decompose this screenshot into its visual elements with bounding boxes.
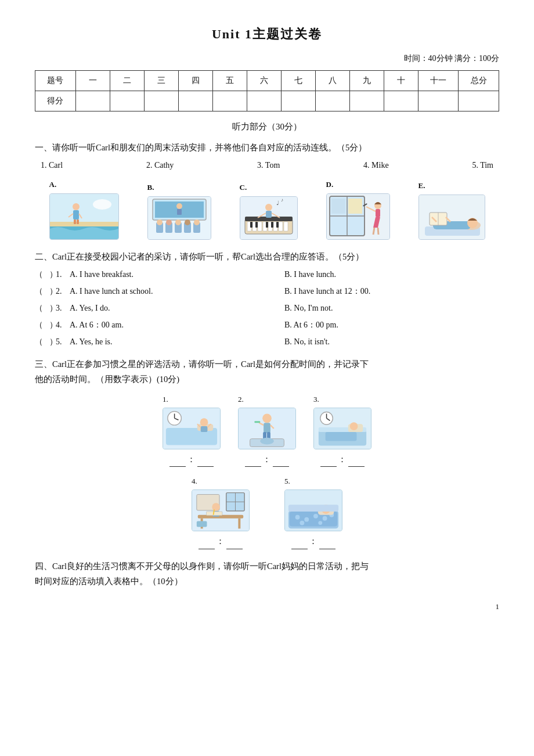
q3-num-4: 4.: [192, 475, 197, 488]
table-header-11: 十一: [418, 71, 459, 91]
q1-illus-E: [418, 195, 485, 240]
q2-optA-2: A. I have lunch at school.: [70, 285, 284, 298]
q1-name-1: 1. Carl: [41, 159, 63, 172]
table-header-10: 十: [384, 71, 418, 91]
table-header-5: 五: [212, 71, 247, 91]
q3-time-3: ：: [319, 452, 366, 467]
q2-optB-5: B. No, it isn't.: [284, 335, 499, 349]
q2-optB-4: B. At 6：00 pm.: [284, 318, 499, 332]
svg-point-114: [304, 517, 309, 522]
q3-illus-4: [192, 489, 250, 531]
q3-time-4: ：: [197, 534, 244, 549]
svg-rect-35: [284, 222, 288, 231]
q2-item-1: （ ） 1. A. I have breakfast. B. I have lu…: [35, 268, 499, 282]
score-5: [212, 91, 247, 111]
score-10: [384, 91, 418, 111]
score-7: [281, 91, 315, 111]
svg-rect-54: [376, 209, 380, 217]
score-total: [459, 91, 499, 111]
svg-point-13: [176, 203, 182, 209]
table-header-9: 九: [349, 71, 384, 91]
q3-illus-2: [238, 408, 296, 449]
score-11: [418, 91, 459, 111]
question-2-block: 二、Carl正在接受校园小记者的采访，请你听一听，帮Carl选出合理的应答语。（…: [35, 249, 499, 348]
listening-section-title: 听力部分（30分）: [35, 120, 499, 135]
q2-bracket-2: （ ）: [35, 285, 56, 298]
q3-illus-1: [163, 408, 221, 449]
svg-text:♩: ♩: [276, 200, 279, 206]
svg-rect-42: [266, 211, 272, 218]
q1-label-A: A.: [49, 178, 57, 191]
svg-rect-34: [279, 222, 283, 231]
q1-label-E: E.: [418, 179, 425, 192]
q3-instruction: 三、Carl正在参加习惯之星的评选活动，请你听一听，Carl是如何分配时间的，并…: [35, 357, 499, 387]
svg-point-79: [262, 413, 272, 423]
svg-rect-38: [266, 222, 268, 228]
svg-point-113: [295, 515, 300, 520]
q3-item-5: 5.: [284, 475, 342, 549]
svg-rect-2: [50, 222, 118, 226]
score-table: 题号 一 二 三 四 五 六 七 八 九 十 十一 总分 得分: [35, 70, 499, 111]
q4-instruction-line2: 时间对应的活动填入表格中。（10分）: [35, 577, 183, 586]
svg-rect-84: [254, 421, 260, 423]
score-8: [315, 91, 349, 111]
svg-point-74: [200, 418, 208, 426]
svg-rect-109: [197, 521, 207, 527]
q4-instruction: 四、Carl良好的生活习惯离不开父母的以身作则，请你听一听Carl妈妈的日常活动…: [35, 559, 499, 589]
svg-point-115: [313, 514, 318, 519]
q2-optA-3: A. Yes, I do.: [70, 301, 284, 315]
q2-optB-2: B. I have lunch at 12：00.: [284, 285, 499, 298]
q1-picture-D: D.: [326, 178, 390, 240]
q3-num-1: 1.: [163, 393, 168, 406]
q2-bracket-4: （ ）: [35, 318, 56, 332]
q2-num-4: 4.: [56, 318, 70, 332]
q3-item-3: 3. ：: [313, 393, 371, 467]
svg-rect-51: [331, 199, 345, 214]
q2-optB-3: B. No, I'm not.: [284, 301, 499, 315]
svg-point-24: [194, 219, 200, 225]
svg-text:♪: ♪: [281, 197, 283, 203]
q2-num-2: 2.: [56, 285, 70, 298]
q1-picture-B: B.: [147, 181, 211, 240]
svg-point-41: [265, 204, 272, 211]
score-4: [178, 91, 212, 111]
page-number: 1: [35, 600, 499, 613]
q2-bracket-3: （ ）: [35, 301, 56, 315]
svg-point-21: [166, 219, 172, 225]
q3-time-1: ：: [168, 452, 215, 467]
table-header-4: 四: [178, 71, 212, 91]
q1-picture-C: C.: [240, 181, 298, 240]
svg-line-58: [378, 228, 378, 235]
table-header-1: 一: [75, 71, 110, 91]
svg-rect-9: [77, 219, 79, 224]
q1-names-row: 1. Carl 2. Cathy 3. Tom 4. Mike 5. Tim: [35, 159, 499, 172]
question-1-block: 一、请你听一听Carl和朋友们的周末活动安排，并将他们各自对应的活动连线。（5分…: [35, 140, 499, 240]
table-header-12: 总分: [459, 71, 499, 91]
time-score: 时间：40分钟 满分：100分: [35, 52, 499, 66]
q3-time-5: ：: [290, 534, 337, 549]
q2-item-5: （ ） 5. A. Yes, he is. B. No, it isn't.: [35, 335, 499, 349]
table-header-8: 八: [315, 71, 349, 91]
svg-line-57: [373, 228, 374, 235]
q2-optB-1: B. I have lunch.: [284, 268, 499, 282]
svg-point-87: [260, 437, 274, 444]
q2-item-2: （ ） 2. A. I have lunch at school. B. I h…: [35, 285, 499, 298]
table-header-7: 七: [281, 71, 315, 91]
svg-point-3: [93, 199, 111, 210]
q3-instruction-line2: 他的活动时间。（用数字表示）(10分): [35, 375, 179, 384]
q3-illus-5: [284, 489, 342, 531]
q1-label-C: C.: [240, 181, 247, 194]
svg-rect-122: [288, 505, 338, 512]
q2-optA-1: A. I have breakfast.: [70, 268, 284, 282]
q2-optA-4: A. At 6：00 am.: [70, 318, 284, 332]
svg-point-20: [157, 219, 163, 225]
svg-point-119: [318, 521, 322, 525]
q2-num-3: 3.: [56, 301, 70, 315]
q1-picture-E: E.: [418, 179, 485, 240]
table-header-3: 三: [144, 71, 178, 91]
q1-illus-A: [49, 193, 119, 240]
q3-num-3: 3.: [313, 393, 319, 406]
svg-rect-96: [326, 432, 357, 441]
q2-item-4: （ ） 4. A. At 6：00 am. B. At 6：00 pm.: [35, 318, 499, 332]
svg-rect-39: [271, 222, 273, 228]
